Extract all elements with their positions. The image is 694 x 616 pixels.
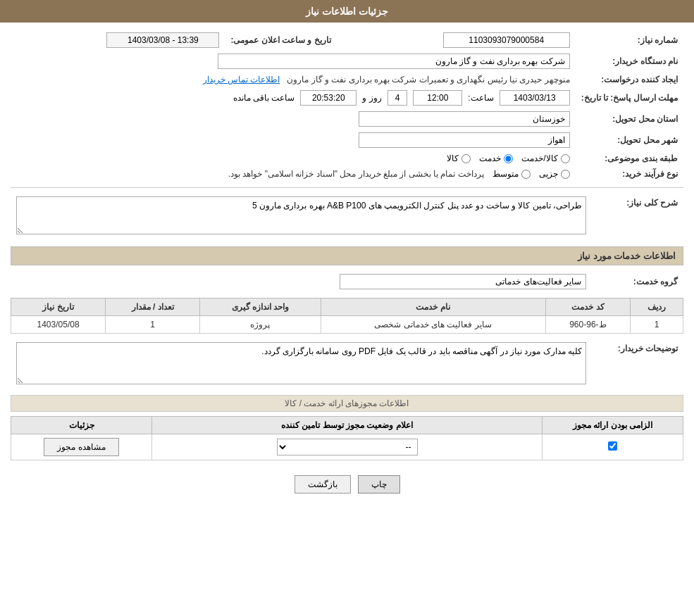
mojozha-table: الزامی بودن ارائه مجوز اعلام وضعیت مجوز … — [11, 416, 683, 460]
mohlat-roz-value: 4 — [388, 90, 408, 106]
radio-kala[interactable]: کالا — [447, 153, 471, 163]
basic-info-table: شماره نیاز: تاریخ و ساعت اعلان عمومی: نا… — [11, 30, 683, 182]
khadamat-table: ردیف کد خدمت نام خدمت واحد اندازه گیری ت… — [11, 298, 683, 334]
col-tedad: تعداد / مقدار — [106, 298, 200, 316]
radio-motavaset-input[interactable] — [521, 170, 531, 179]
page-wrapper: جزئیات اطلاعات نیاز شماره نیاز: تاریخ و … — [0, 0, 694, 616]
col-tarikh: تاریخ نیاز — [11, 298, 106, 316]
ijad-konande-label: ایجاد کننده درخواست: — [576, 72, 683, 87]
nov-motavaset-label: متوسط — [492, 169, 519, 179]
radio-khadamat-input[interactable] — [504, 154, 513, 163]
cell-radif: 1 — [631, 316, 683, 334]
tabaqe-kala-khadamat-label: کالا/خدمت — [521, 153, 557, 163]
group-input[interactable] — [340, 274, 586, 289]
cell-tarikh: 1403/05/08 — [11, 316, 106, 334]
cell-joziyat: مشاهده مجوز — [11, 434, 152, 460]
nov-farayand-label: نوع فرآیند خرید: — [576, 166, 683, 182]
nam-dastgah-label: نام دستگاه خریدار: — [576, 51, 683, 72]
bazgasht-button[interactable]: بازگشت — [295, 475, 351, 494]
group-table: گروه خدمت: — [11, 271, 683, 292]
mohlat-date-input[interactable] — [500, 90, 570, 106]
radio-motavaset[interactable]: متوسط — [492, 169, 531, 179]
tosihaat-label: توضیحات خریدار: — [592, 339, 683, 389]
nov-jazii-label: جزیی — [539, 169, 558, 179]
shahr-label: شهر محل تحویل: — [576, 130, 683, 151]
mohlat-label: مهلت ارسال پاسخ: تا تاریخ: — [576, 87, 683, 108]
cell-nam: سایر فعالیت های خدماتی شخصی — [321, 316, 545, 334]
mohlat-saat-input[interactable] — [300, 90, 357, 106]
khadamat-section-title: اطلاعات خدمات مورد نیاز — [11, 246, 683, 265]
shomara-niaz-label: شماره نیاز: — [576, 30, 683, 51]
page-title: جزئیات اطلاعات نیاز — [306, 6, 388, 17]
tosihaat-textarea[interactable] — [16, 342, 586, 384]
ijad-konande-link[interactable]: اطلاعات تماس خریدار — [203, 75, 280, 84]
mohlat-time-label: ساعت: — [468, 93, 493, 103]
col-radif: ردیف — [631, 298, 683, 316]
radio-jazii[interactable]: جزیی — [539, 169, 570, 179]
elzami-checkbox[interactable] — [608, 441, 617, 451]
mohlat-roz-label: روز و — [362, 93, 381, 103]
divider-1 — [11, 187, 683, 188]
col-joziyat: جزئیات — [11, 417, 152, 434]
sharh-label: شرح کلی نیاز: — [592, 194, 683, 239]
ijad-konande-value: منوچهر حیدری نیا رئیس نگهداری و تعمیرات … — [287, 75, 569, 84]
radio-kala-input[interactable] — [461, 154, 471, 163]
cell-vahed: پروژه — [200, 316, 321, 334]
col-vahed: واحد اندازه گیری — [200, 298, 321, 316]
cell-elzami — [543, 434, 683, 460]
tabaqe-label: طبقه بندی موضوعی: — [576, 151, 683, 166]
col-kod: کد خدمت — [545, 298, 631, 316]
tabaqe-kala-label: کالا — [447, 153, 459, 163]
elam-select[interactable]: -- — [277, 439, 418, 455]
mohlat-time-input[interactable] — [413, 90, 462, 106]
moshahedan-btn[interactable]: مشاهده مجوز — [44, 438, 118, 456]
mojozha-title: اطلاعات مجوزهای ارائه خدمت / کالا — [11, 395, 683, 412]
cell-tedad: 1 — [106, 316, 200, 334]
radio-khadamat[interactable]: خدمت — [479, 153, 513, 163]
khadamat-row: 1 ط-96-960 سایر فعالیت های خدماتی شخصی پ… — [11, 316, 683, 334]
shomara-niaz-input[interactable] — [443, 32, 570, 48]
ostan-label: استان محل تحویل: — [576, 108, 683, 130]
bottom-buttons: چاپ بازگشت — [11, 465, 683, 504]
tosihaat-table: توضیحات خریدار: — [11, 339, 683, 389]
group-label: گروه خدمت: — [592, 271, 683, 292]
mohlat-saat-label: ساعت باقی مانده — [233, 93, 295, 103]
col-nam: نام خدمت — [321, 298, 545, 316]
col-elam: اعلام وضعیت مجوز توسط تامین کننده — [152, 417, 543, 434]
tabaqe-khadamat-label: خدمت — [479, 153, 501, 163]
mojozha-row: -- مشاهده مجوز — [11, 434, 683, 460]
main-content: شماره نیاز: تاریخ و ساعت اعلان عمومی: نا… — [0, 23, 694, 511]
col-elzami: الزامی بودن ارائه مجوز — [543, 417, 683, 434]
nov-note: پرداخت تمام یا بخشی از مبلغ خریدار محل "… — [228, 169, 484, 179]
tarikh-input[interactable] — [106, 32, 219, 48]
shahr-input[interactable] — [359, 132, 570, 148]
sharh-textarea[interactable] — [16, 196, 586, 234]
cell-elam: -- — [152, 434, 543, 460]
chap-button[interactable]: چاپ — [358, 475, 400, 494]
cell-kod: ط-96-960 — [545, 316, 631, 334]
radio-kala-khadamat-input[interactable] — [561, 154, 570, 163]
sharh-table: شرح کلی نیاز: — [11, 194, 683, 239]
nam-dastgah-input[interactable] — [218, 54, 570, 69]
ostan-input[interactable] — [359, 111, 570, 127]
radio-kala-khadamat[interactable]: کالا/خدمت — [521, 153, 569, 163]
page-header: جزئیات اطلاعات نیاز — [0, 0, 694, 23]
tarikh-label: تاریخ و ساعت اعلان عمومی: — [225, 30, 336, 51]
radio-jazii-input[interactable] — [561, 170, 570, 179]
